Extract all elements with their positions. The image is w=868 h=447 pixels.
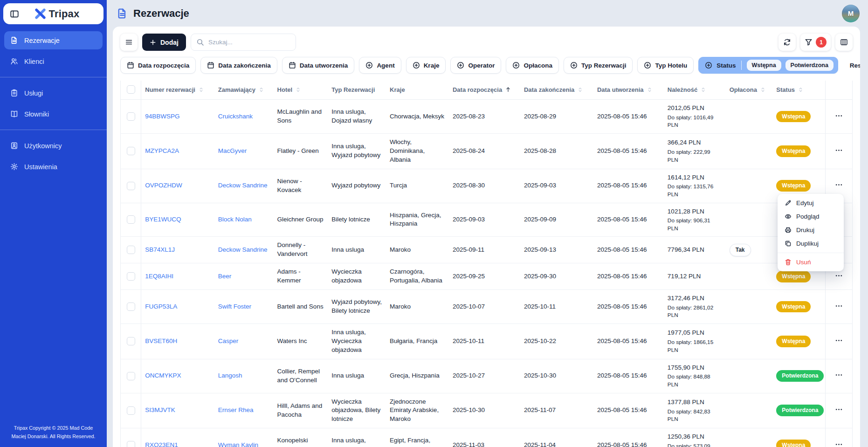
brand-logo[interactable]: Tripax [34, 8, 87, 20]
client-link[interactable]: Cruickshank [218, 113, 253, 120]
row-checkbox[interactable] [127, 182, 135, 190]
client-link[interactable]: Wyman Kaylin [218, 441, 258, 447]
cell-start-date: 2025-10-30 [449, 393, 520, 428]
column-header-należność[interactable]: Należność [664, 81, 726, 100]
column-header-zamawiający[interactable]: Zamawiający [214, 81, 274, 100]
context-menu-item-podglad[interactable]: Podgląd [778, 210, 844, 223]
column-header-status[interactable]: Status [772, 81, 825, 100]
sidebar-item-ustawienia[interactable]: Ustawienia [4, 158, 103, 176]
filter-chip-typ-rezerwacji[interactable]: Typ Rezerwacji [564, 57, 633, 74]
column-header-kraje[interactable]: Kraje [386, 81, 449, 100]
client-link[interactable]: MacGyver [218, 147, 247, 154]
client-link[interactable]: Casper [218, 337, 239, 344]
cell-end-date: 2025-10-22 [520, 323, 593, 359]
row-actions-button[interactable] [834, 405, 844, 416]
column-header-numer-rezerwacji[interactable]: Numer rezerwacji [141, 81, 214, 100]
reservation-number-link[interactable]: ONCMYKPX [145, 372, 181, 379]
context-menu-item-usun[interactable]: Usuń [778, 255, 844, 269]
column-header-opłacona[interactable]: Opłacona [726, 81, 773, 100]
status-badge: Wstępna [776, 301, 811, 313]
client-link[interactable]: Block Nolan [218, 216, 252, 223]
row-checkbox[interactable] [127, 215, 135, 224]
client-link[interactable]: Langosh [218, 372, 242, 379]
columns-button[interactable] [835, 34, 853, 51]
search-input[interactable] [191, 34, 296, 51]
select-all-checkbox[interactable] [127, 85, 135, 94]
filter-chip-typ-hotelu[interactable]: Typ Hotelu [637, 57, 694, 74]
column-header-content: Status [776, 86, 821, 93]
context-menu-item-edytuj[interactable]: Edytuj [778, 196, 844, 210]
cell-created-date: 2025-08-05 15:46 [593, 359, 664, 393]
row-checkbox[interactable] [127, 441, 135, 447]
row-actions-button[interactable] [834, 271, 844, 282]
column-header-typ-rezerwacji[interactable]: Typ Rezerwacji [328, 81, 386, 100]
row-actions-button[interactable] [834, 440, 844, 447]
filter-chip-opłacona[interactable]: Opłacona [506, 57, 559, 74]
plus-circle-icon [413, 62, 420, 69]
row-actions-button[interactable] [834, 336, 844, 347]
filter-chip-data-utworzenia[interactable]: Data utworzenia [282, 57, 355, 74]
sidebar-item-klienci[interactable]: Klienci [4, 52, 103, 70]
amount-total: 719,12 PLN [668, 272, 722, 281]
menu-button[interactable] [120, 34, 138, 51]
column-header-data-rozpoczęcia[interactable]: Data rozpoczęcia [449, 81, 520, 100]
row-actions-button[interactable] [834, 370, 844, 381]
user-avatar[interactable]: M [842, 5, 860, 22]
sidebar-item-usługi[interactable]: Usługi [4, 84, 103, 102]
reservation-number-link[interactable]: OVPOZHDW [145, 182, 182, 189]
column-header-label: Data rozpoczęcia [453, 86, 502, 93]
reservation-number-link[interactable]: 1EQ8AIHI [145, 273, 173, 280]
reset-filters-button[interactable]: Reset [847, 62, 860, 69]
cell-end-date: 2025-09-30 [520, 263, 593, 290]
cell-client: Casper [214, 323, 274, 359]
filter-chip-agent[interactable]: Agent [359, 57, 401, 74]
row-actions-button[interactable] [834, 111, 844, 122]
row-checkbox[interactable] [127, 372, 135, 380]
column-header-data-zakończenia[interactable]: Data zakończenia [520, 81, 593, 100]
filter-chip-data-rozpoczęcia[interactable]: Data rozpoczęcia [120, 57, 196, 74]
client-link[interactable]: Deckow Sandrine [218, 246, 268, 253]
filter-button[interactable]: 1 [800, 34, 831, 51]
reservation-number-link[interactable]: SB74XL1J [145, 246, 175, 253]
filter-chip-data-zakończenia[interactable]: Data zakończenia [200, 57, 277, 74]
sidebar-item-słowniki[interactable]: Słowniki [4, 105, 103, 123]
row-checkbox[interactable] [127, 147, 135, 155]
cell-client: Ernser Rhea [214, 393, 274, 428]
status-badge: Potwierdzona [776, 370, 824, 382]
row-actions-button[interactable] [834, 145, 844, 157]
reservation-number-link[interactable]: MZYPCA2A [145, 147, 179, 154]
cell-client: Beer [214, 263, 274, 290]
filter-chip-operator[interactable]: Operator [450, 57, 501, 74]
add-button[interactable]: Dodaj [142, 34, 186, 51]
row-checkbox[interactable] [127, 272, 135, 281]
row-checkbox[interactable] [127, 337, 135, 345]
reservation-number-link[interactable]: RXQ23EN1 [145, 441, 178, 447]
reservation-number-link[interactable]: FUGP53LA [145, 303, 177, 310]
client-link[interactable]: Deckow Sandrine [218, 182, 268, 189]
refresh-button[interactable] [778, 34, 796, 51]
context-menu-item-drukuj[interactable]: Drukuj [778, 223, 844, 237]
sidebar-item-rezerwacje[interactable]: Rezerwacje [4, 31, 103, 49]
client-link[interactable]: Swift Foster [218, 303, 251, 310]
reservation-number-link[interactable]: 94BBWSPG [145, 113, 179, 120]
reservation-number-link[interactable]: BYE1WUCQ [145, 216, 181, 223]
filter-chip-status-active[interactable]: StatusWstępnaPotwierdzona [698, 57, 838, 74]
sidebar-toggle-icon[interactable] [9, 8, 20, 20]
client-link[interactable]: Beer [218, 273, 232, 280]
reservation-number-link[interactable]: BVSET60H [145, 337, 177, 344]
row-actions-button[interactable] [834, 180, 844, 191]
row-checkbox[interactable] [127, 303, 135, 311]
row-actions-button[interactable] [834, 301, 844, 312]
sidebar-item-użytkownicy[interactable]: Użytkownicy [4, 137, 103, 155]
reservation-number-link[interactable]: SI3MJVTK [145, 406, 175, 413]
row-checkbox[interactable] [127, 112, 135, 121]
row-checkbox[interactable] [127, 246, 135, 254]
column-header-hotel[interactable]: Hotel [274, 81, 328, 100]
client-link[interactable]: Ernser Rhea [218, 406, 254, 413]
filter-chip-kraje[interactable]: Kraje [406, 57, 446, 74]
column-header-content: Zamawiający [218, 86, 270, 93]
column-header-data-utworzenia[interactable]: Data utworzenia [593, 81, 664, 100]
row-checkbox[interactable] [127, 406, 135, 415]
row-context-menu: EdytujPodglądDrukujDuplikujUsuń [778, 194, 844, 271]
context-menu-item-duplikuj[interactable]: Duplikuj [778, 237, 844, 250]
